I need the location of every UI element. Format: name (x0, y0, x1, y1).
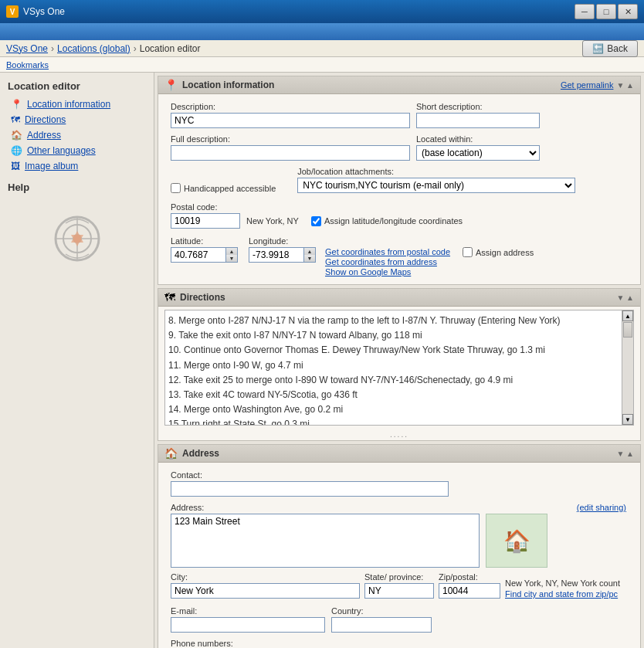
collapse-directions[interactable]: ▼ ▲ (616, 293, 634, 302)
sidebar-label-other-languages: Other languages (27, 145, 96, 156)
breadcrumb: VSys One › Locations (global) › Location… (0, 40, 644, 57)
job-attach-group: Job/location attachments: NYC tourism,NY… (297, 167, 575, 193)
description-label: Description: (171, 102, 410, 111)
find-city-state-link[interactable]: Find city and state from zip/pc (505, 589, 620, 599)
phone-label: Phone numbers: (171, 639, 233, 648)
lon-up-btn[interactable]: ▲ (304, 248, 315, 255)
location-info-section-icon: 📍 (164, 79, 178, 91)
directions-header[interactable]: 🗺 Directions ▼ ▲ (158, 289, 640, 307)
dir-item-7: 14. Merge onto Washington Ave, go 0.2 mi (168, 402, 619, 417)
location-info-content: Description: Short description: Full des… (158, 94, 640, 284)
postal-input[interactable] (171, 213, 240, 229)
sidebar-item-location-info[interactable]: 📍 Location information (0, 97, 154, 112)
bookmarks-bar: Bookmarks (0, 57, 644, 73)
description-group: Description: (171, 102, 410, 128)
state-input[interactable] (364, 583, 434, 599)
country-input[interactable] (331, 617, 432, 633)
handicapped-label: Handicapped accessible (184, 184, 276, 193)
sidebar-label-location-info: Location information (27, 99, 110, 110)
close-button[interactable]: ✕ (618, 4, 638, 19)
phone-row: Phone numbers: (164, 636, 634, 648)
email-country-row: E-mail: Country: (164, 603, 634, 636)
state-text: New York, NY (246, 216, 299, 226)
map-placeholder: 🏠 (486, 514, 547, 568)
directions-scroll-down[interactable]: ▼ (622, 414, 633, 425)
sidebar-item-image-album[interactable]: 🖼 Image album (0, 158, 154, 174)
address-section-title: Address (182, 448, 219, 459)
located-within-select[interactable]: (base location) (416, 145, 540, 161)
directions-section: 🗺 Directions ▼ ▲ 8. Merge onto I-287 N/N… (158, 288, 641, 441)
lat-spinners: ▲ ▼ (225, 248, 237, 262)
address-textarea[interactable]: 123 Main Street (171, 514, 480, 568)
handicapped-check-group: Handicapped accessible (171, 180, 276, 193)
email-input[interactable] (171, 617, 325, 633)
assign-coords-checkbox[interactable] (311, 216, 321, 226)
zip-input[interactable] (439, 583, 500, 599)
contact-group: Contact: (171, 470, 449, 497)
lon-group: Longitude: ▲ ▼ (249, 236, 316, 263)
city-input[interactable] (171, 583, 360, 599)
assign-coords-group: Assign latitude/longitude coordinates (311, 216, 463, 226)
directions-list-area: 8. Merge onto I-287 N/NJ-17 N via the ra… (164, 310, 634, 426)
assign-address-group: Assign address (463, 247, 534, 257)
minimize-button[interactable]: ─ (575, 4, 595, 19)
get-coords-postal-link[interactable]: Get coordinates from postal code (325, 247, 450, 256)
job-attach-label: Job/location attachments: (297, 167, 575, 176)
app-icon: V (6, 5, 19, 18)
address-group: Address: (edit sharing) 123 Main Street … (171, 503, 626, 568)
full-desc-input[interactable] (171, 145, 410, 161)
location-info-header[interactable]: 📍 Location information Get permalink ▼ ▲ (158, 76, 640, 94)
short-desc-input[interactable] (416, 113, 540, 128)
edit-sharing-link[interactable]: (edit sharing) (577, 503, 626, 512)
address-section: 🏠 Address ▼ ▲ Contact: (158, 444, 641, 648)
address-field-row: Address: (edit sharing) 123 Main Street … (164, 500, 634, 571)
sidebar-item-directions[interactable]: 🗺 Directions (0, 112, 154, 127)
directions-text[interactable]: 8. Merge onto I-287 N/NJ-17 N via the ra… (164, 310, 622, 426)
directions-scroll-track (622, 321, 633, 414)
assign-address-checkbox[interactable] (463, 247, 473, 257)
location-info-section-title: Location information (182, 80, 274, 90)
back-button[interactable]: 🔙 Back (582, 40, 638, 57)
description-input[interactable] (171, 113, 410, 128)
state-label: State/ province: (364, 572, 434, 582)
directions-section-title: Directions (180, 292, 225, 303)
collapse-location-info[interactable]: ▼ ▲ (616, 81, 634, 90)
handicapped-checkbox[interactable] (171, 183, 181, 193)
dir-item-4: 11. Merge onto I-90 W, go 4.7 mi (168, 358, 619, 373)
zip-label: Zip/postal: (439, 572, 500, 582)
address-with-map: 123 Main Street 🏠 (171, 514, 626, 568)
zip-block: Zip/postal: (439, 572, 500, 599)
country-group: Country: (331, 606, 432, 633)
lon-down-btn[interactable]: ▼ (304, 255, 315, 262)
postal-label: Postal code: (171, 202, 240, 212)
sidebar-item-address[interactable]: 🏠 Address (0, 127, 154, 143)
lat-down-btn[interactable]: ▼ (226, 255, 237, 262)
image-album-icon: 🖼 (11, 161, 20, 171)
postal-row: Postal code: New York, NY Assign latitud… (164, 199, 634, 232)
bookmarks-link[interactable]: Bookmarks (6, 60, 49, 70)
get-coords-address-link[interactable]: Get coordinates from address (325, 257, 450, 266)
maximize-button[interactable]: □ (596, 4, 616, 19)
get-permalink-link[interactable]: Get permalink (561, 80, 613, 90)
located-within-label: Located within: (416, 134, 540, 144)
located-within-group: Located within: (base location) (416, 134, 540, 161)
lat-input[interactable] (171, 249, 225, 261)
job-attach-select[interactable]: NYC tourism,NYC tourism (e-mail only) (297, 178, 575, 193)
sidebar-title: Location editor (0, 76, 154, 97)
directions-scroll-thumb[interactable] (623, 322, 632, 338)
lat-up-btn[interactable]: ▲ (226, 248, 237, 255)
latlon-row: Latitude: ▲ ▼ Longitude: (164, 233, 634, 280)
address-header[interactable]: 🏠 Address ▼ ▲ (158, 445, 640, 463)
sidebar-item-other-languages[interactable]: 🌐 Other languages (0, 143, 154, 158)
sidebar-logo (0, 196, 154, 281)
directions-scroll-up[interactable]: ▲ (622, 310, 633, 321)
sidebar-label-image-album: Image album (25, 161, 78, 171)
show-google-link[interactable]: Show on Google Maps (325, 267, 450, 277)
contact-input[interactable] (171, 481, 449, 497)
collapse-address[interactable]: ▼ ▲ (616, 450, 634, 458)
lon-input[interactable] (249, 249, 303, 261)
sidebar-label-address: Address (27, 130, 61, 141)
full-desc-label: Full description: (171, 134, 410, 144)
breadcrumb-home[interactable]: VSys One (6, 43, 48, 54)
breadcrumb-locations[interactable]: Locations (global) (57, 43, 130, 54)
